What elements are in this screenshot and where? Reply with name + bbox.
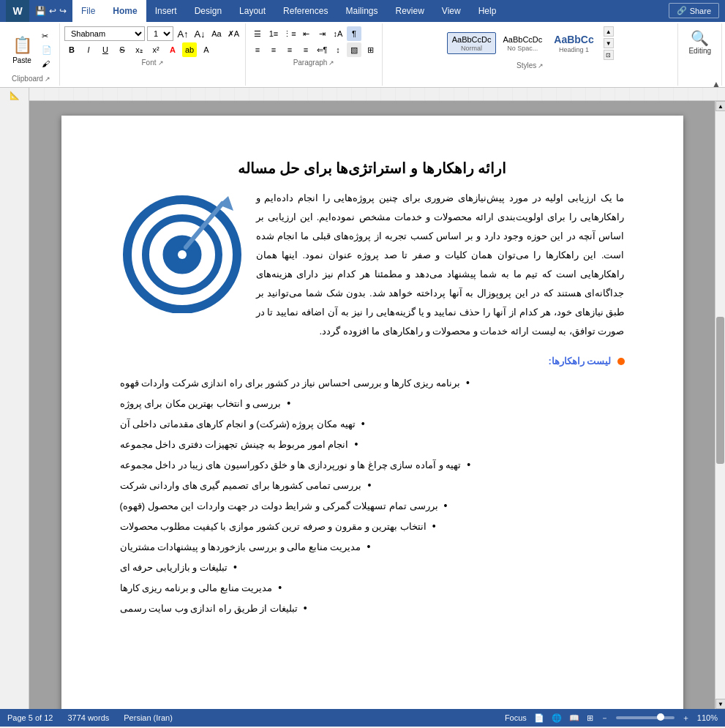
zoom-thumb <box>657 713 664 721</box>
focus-button[interactable]: Focus <box>505 713 527 722</box>
para-row2: ≡ ≡ ≡ ≡ ⇐¶ ↕ ▧ ⊞ <box>250 42 377 57</box>
strikethrough-button[interactable]: S <box>115 42 129 57</box>
style-normal[interactable]: AaBbCcDc Normal <box>447 32 497 54</box>
share-button[interactable]: 🔗 Share <box>669 3 719 18</box>
document-page: ارائه راهکارها و استراتژی‌ها برای حل مسا… <box>61 116 683 709</box>
zoom-percent: 110% <box>697 713 718 722</box>
font-group: Shabnam 11 A↑ A↓ Aa ✗A B I U S x₂ x² <box>60 23 246 86</box>
style-normal-label: Normal <box>461 45 482 52</box>
document-container: ارائه راهکارها و استراتژی‌ها برای حل مسا… <box>29 101 715 709</box>
sort-button[interactable]: ↕A <box>331 26 345 41</box>
cut-button[interactable]: ✂ <box>39 30 55 42</box>
format-painter-button[interactable]: 🖌 <box>39 58 55 70</box>
change-case-button[interactable]: Aa <box>209 26 224 41</box>
paste-button[interactable]: 📋 Paste <box>7 33 37 67</box>
font-expand-icon[interactable]: ↗ <box>158 59 164 67</box>
font-color-button[interactable]: A <box>165 42 180 57</box>
justify-button[interactable]: ≡ <box>298 42 313 57</box>
shrink-font-button[interactable]: A↓ <box>192 26 207 41</box>
paste-icon: 📋 <box>12 36 32 55</box>
cut-icon: ✂ <box>42 31 48 41</box>
subscript-button[interactable]: x₂ <box>132 42 146 57</box>
style-no-spacing[interactable]: AaBbCcDc No Spac... <box>497 32 547 54</box>
zoom-out-button[interactable]: － <box>601 713 609 724</box>
view-mode-layout[interactable]: ⊞ <box>587 713 593 723</box>
list-item: تبلیغات از طریق راه اندازی وب سایت رسمی <box>120 598 625 618</box>
copy-button[interactable]: 📄 <box>39 44 55 56</box>
superscript-button[interactable]: x² <box>149 42 163 57</box>
styles-expand[interactable]: ⊡ <box>604 50 614 60</box>
multi-level-button[interactable]: ⋮≡ <box>282 26 297 41</box>
border-button[interactable]: ⊞ <box>363 42 377 57</box>
numbering-button[interactable]: 1≡ <box>266 26 281 41</box>
zoom-in-button[interactable]: ＋ <box>682 713 690 724</box>
horizontal-ruler <box>29 88 725 101</box>
font-label: Font ↗ <box>141 59 163 67</box>
document-title: ارائه راهکارها و استراتژی‌ها برای حل مسا… <box>120 160 625 177</box>
decrease-indent-button[interactable]: ⇤ <box>298 26 313 41</box>
highlight-button[interactable]: ab <box>182 42 197 57</box>
scroll-down-arrow[interactable]: ▼ <box>715 699 725 709</box>
styles-scroll-up[interactable]: ▲ <box>604 26 614 37</box>
scroll-up-arrow[interactable]: ▲ <box>715 101 725 111</box>
view-mode-web[interactable]: 🌐 <box>552 713 562 723</box>
line-spacing-button[interactable]: ↕ <box>331 42 345 57</box>
status-bar: Page 5 of 12 3774 words Persian (Iran) F… <box>0 709 725 727</box>
underline-button[interactable]: U <box>98 42 113 57</box>
view-mode-print[interactable]: 📄 <box>534 713 544 723</box>
scrollbar-thumb[interactable] <box>716 317 724 464</box>
font-size-select[interactable]: 11 <box>147 26 173 41</box>
bullets-button[interactable]: ☰ <box>250 26 265 41</box>
shading-button[interactable]: ▧ <box>347 42 361 57</box>
list-item: بررسی و انتخاب بهترین مکان برای پروژه <box>120 393 625 413</box>
rtl-button[interactable]: ⇐¶ <box>315 42 329 57</box>
styles-expand-icon[interactable]: ↗ <box>538 62 544 70</box>
editing-section: 🔍 Editing <box>683 26 717 58</box>
tab-layout[interactable]: Layout <box>230 0 274 22</box>
app-icon: W <box>6 0 29 22</box>
styles-scroll-down[interactable]: ▼ <box>604 38 614 48</box>
align-right-button[interactable]: ≡ <box>282 42 297 57</box>
increase-indent-button[interactable]: ⇥ <box>315 26 329 41</box>
tab-view[interactable]: View <box>433 0 470 22</box>
bullet-section: لیست راهکارها: برنامه ریزی کارها و بررسی… <box>120 356 625 618</box>
tab-review[interactable]: Review <box>386 0 432 22</box>
tab-file[interactable]: File <box>72 0 104 22</box>
font-name-select[interactable]: Shabnam <box>64 26 145 41</box>
clear-format-button[interactable]: ✗A <box>226 26 241 41</box>
style-heading1-label: Heading 1 <box>559 46 589 53</box>
format-painter-icon: 🖌 <box>42 59 50 68</box>
undo-icon[interactable]: ↩ <box>49 6 56 16</box>
copy-icon: 📄 <box>42 45 52 55</box>
tab-references[interactable]: References <box>274 0 337 22</box>
tab-help[interactable]: Help <box>470 0 506 22</box>
status-right: Focus 📄 🌐 📖 ⊞ － ＋ 110% <box>505 713 718 724</box>
bullet-header-text: لیست راهکارها: <box>549 356 612 367</box>
page-info: Page 5 of 12 <box>7 713 53 722</box>
show-marks-button[interactable]: ¶ <box>347 26 361 41</box>
redo-icon[interactable]: ↪ <box>59 6 67 16</box>
align-left-button[interactable]: ≡ <box>250 42 265 57</box>
save-icon[interactable]: 💾 <box>35 6 46 16</box>
tab-home[interactable]: Home <box>104 0 146 22</box>
list-item: بررسی تمامی کشورها برای تصمیم گیری های و… <box>120 475 625 495</box>
list-item: برنامه ریزی کارها و بررسی احساس نیاز در … <box>120 372 625 393</box>
style-no-spacing-preview: AaBbCcDc <box>503 34 542 45</box>
tab-insert[interactable]: Insert <box>146 0 186 22</box>
zoom-slider[interactable] <box>616 716 675 719</box>
align-center-button[interactable]: ≡ <box>266 42 281 57</box>
ruler-toggle[interactable]: 📐 <box>10 91 20 100</box>
paragraph-expand-icon[interactable]: ↗ <box>328 59 334 67</box>
style-heading1[interactable]: AaBbCc Heading 1 <box>549 31 598 56</box>
para-row1: ☰ 1≡ ⋮≡ ⇤ ⇥ ↕A ¶ <box>250 26 377 41</box>
grow-font-button[interactable]: A↑ <box>176 26 190 41</box>
bold-button[interactable]: B <box>64 42 79 57</box>
italic-button[interactable]: I <box>81 42 96 57</box>
tab-design[interactable]: Design <box>186 0 230 22</box>
tab-mailings[interactable]: Mailings <box>337 0 386 22</box>
view-mode-read[interactable]: 📖 <box>569 713 579 723</box>
clipboard-expand-icon[interactable]: ↗ <box>45 75 50 83</box>
font-color2-button[interactable]: A <box>199 42 214 57</box>
paragraph-group: ☰ 1≡ ⋮≡ ⇤ ⇥ ↕A ¶ ≡ ≡ ≡ ≡ ⇐¶ ↕ ▧ ⊞ <box>246 23 383 86</box>
vertical-scrollbar[interactable]: ▲ ▼ <box>715 101 725 709</box>
